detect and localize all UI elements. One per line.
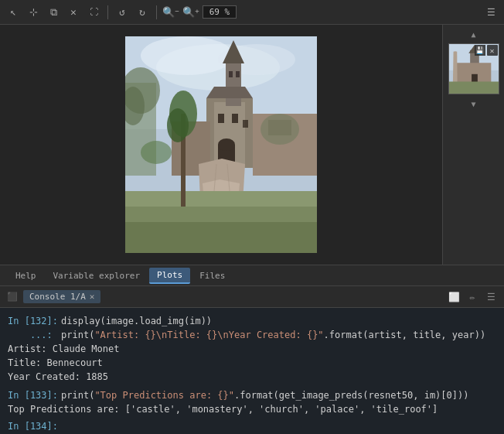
svg-point-28 [261,114,299,145]
svg-rect-32 [125,222,317,253]
tab-help[interactable]: Help [8,268,44,283]
svg-rect-30 [232,114,238,123]
plots-area: ▲ 💾 ✕ ▼ [0,25,504,265]
console-edit-btn[interactable]: ✏ [465,290,479,304]
console-line-132-prompt: In [132]: display(image.load_img(im)) [8,314,496,328]
cursor-tool-btn[interactable]: ↖ [5,4,22,21]
console-tab[interactable]: Console 1/A ✕ [23,290,100,303]
console-header: ⬛ Console 1/A ✕ ⬜ ✏ ☰ [0,286,504,308]
close-plot-btn[interactable]: ✕ [65,4,82,21]
svg-rect-31 [243,120,248,128]
copy-btn[interactable]: ⧉ [45,4,62,21]
svg-marker-14 [206,87,253,98]
console-line-133-prompt: In [133]: print("Top Predictions are: {}… [8,388,496,402]
select-tool-btn[interactable]: ⊹ [25,4,42,21]
image-view [0,25,442,265]
thumbnail-close-btn[interactable]: ✕ [487,45,498,56]
cursor-134 [61,419,66,433]
thumbnail-panel: ▲ 💾 ✕ ▼ [442,25,504,265]
zoom-in-btn[interactable]: 🔍+ [182,4,199,21]
output-year: Year Created: 1885 [8,370,496,384]
svg-point-26 [167,108,189,142]
console-tab-label: Console 1/A [29,292,86,302]
console-menu-btn[interactable]: ☰ [484,290,498,304]
svg-rect-13 [236,71,240,77]
prompt-134: In [134]: [8,419,58,433]
output-predictions: Top Predictions are: ['castle', 'monaste… [8,402,496,416]
code-132: display(image.load_img(im)) [61,314,212,328]
console-line-134: In [134]: [8,419,496,433]
svg-rect-12 [229,71,233,77]
tab-variable-explorer[interactable]: Variable explorer [46,268,148,283]
output-artist: Artist: Claude Monet [8,342,496,356]
fullscreen-btn[interactable]: ⛶ [85,4,102,21]
panel-scroll-down[interactable]: ▼ [466,97,482,110]
panel-scroll-up[interactable]: ▲ [466,28,482,40]
console-content[interactable]: In [132]: display(image.load_img(im)) ..… [0,308,504,434]
zoom-out-btn[interactable]: 🔍− [162,4,179,21]
thumbnail-item[interactable]: 💾 ✕ [448,43,499,94]
prompt-133: In [133]: [8,388,58,402]
console-line-132-cont: ...: print("Artist: {}\nTitle: {}\nYear … [8,328,496,342]
svg-point-27 [141,141,172,164]
painting-display [125,36,317,253]
toolbar: ↖ ⊹ ⧉ ✕ ⛶ ↺ ↻ 🔍− 🔍+ 69 % ☰ [0,0,504,25]
tab-bar: Help Variable explorer Plots Files [0,265,504,286]
separator-2 [156,5,157,19]
tab-plots[interactable]: Plots [149,268,190,284]
zoom-value: 69 % [203,5,237,19]
thumbnail-save-btn[interactable]: 💾 [475,45,485,56]
console-area: ⬛ Console 1/A ✕ ⬜ ✏ ☰ In [132]: display(… [0,286,504,434]
console-clear-btn[interactable]: ⬜ [447,290,461,304]
forward-btn[interactable]: ↻ [134,4,151,21]
svg-rect-42 [449,81,499,94]
prompt-cont-132: ...: [8,328,53,342]
code-133: print("Top Predictions are: {}".format(g… [61,388,468,402]
code-132-cont: print("Artist: {}\nTitle: {}\nYear Creat… [56,328,485,342]
output-title: Title: Bennecourt [8,356,496,370]
back-btn[interactable]: ↺ [114,4,131,21]
separator-1 [107,5,108,19]
tab-files[interactable]: Files [192,268,233,283]
svg-point-19 [218,138,235,151]
menu-btn[interactable]: ☰ [482,4,499,21]
prompt-132: In [132]: [8,314,58,328]
console-tab-close-btn[interactable]: ✕ [90,292,95,302]
svg-rect-29 [218,114,224,123]
svg-rect-10 [226,60,241,106]
console-icon: ⬛ [6,291,19,303]
